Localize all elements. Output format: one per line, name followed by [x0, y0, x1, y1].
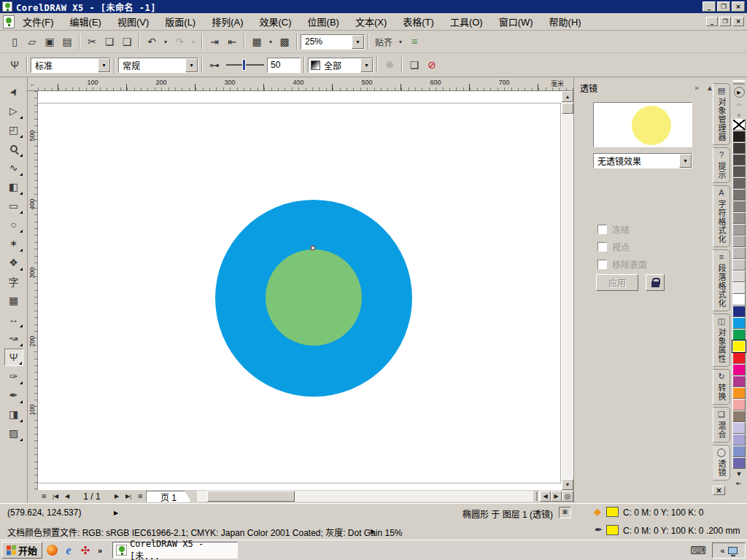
profile-menu-icon[interactable]: ▶ [371, 528, 375, 534]
welcome-screen-icon[interactable]: ▩ [276, 34, 293, 50]
color-swatch[interactable] [732, 247, 746, 259]
lock-button[interactable] [646, 274, 665, 291]
menu-layout[interactable]: 版面(L) [157, 12, 204, 31]
close-button-icon[interactable]: × [732, 1, 745, 12]
docker-strip-close-icon[interactable]: × [713, 486, 725, 495]
preset-combo[interactable]: 标准 ▾ [31, 58, 111, 73]
tray-chevrons-icon[interactable]: « [720, 546, 724, 555]
palette-scroll-up-icon[interactable]: ▲ [736, 109, 743, 119]
coords-menu-icon[interactable]: ▶ [114, 510, 118, 516]
navigator-icon[interactable]: ◎ [562, 491, 573, 502]
color-swatch[interactable] [732, 376, 746, 387]
text-tool-icon[interactable]: 字 [4, 273, 23, 290]
page-tab[interactable]: 页 1 [146, 491, 191, 502]
add-page-before-icon[interactable]: ⊞ [38, 491, 50, 502]
export-icon[interactable]: ⇤ [223, 34, 241, 50]
palette-expand-icon[interactable]: ⇤ [736, 478, 742, 488]
start-button[interactable]: 开始 [1, 542, 42, 559]
input-method-keyboard-icon[interactable]: ⌨ [690, 544, 706, 557]
scroll-up-icon[interactable]: ▲ [562, 91, 573, 102]
color-swatch[interactable] [732, 422, 746, 434]
menu-file[interactable]: 文件(F) [15, 12, 62, 31]
tab-object-manager[interactable]: ▤ 对象管理器 [713, 83, 730, 145]
ruler-origin[interactable]: ⌐ [28, 78, 38, 91]
palette-scroll-down-icon[interactable]: ▼ [736, 469, 743, 478]
scroll-left-icon[interactable]: ◀ [540, 491, 551, 502]
add-page-after-icon[interactable]: ⊞ [134, 491, 146, 502]
tab-blend[interactable]: ❏ 混合 [713, 407, 730, 443]
smart-fill-tool-icon[interactable]: ◧ [4, 178, 23, 195]
chevron-down-icon[interactable]: ▾ [679, 154, 692, 168]
color-swatch[interactable] [732, 387, 746, 399]
rate-input[interactable]: 50 [267, 58, 301, 73]
color-swatch[interactable] [732, 236, 746, 247]
horizontal-scrollbar[interactable] [197, 491, 533, 502]
color-swatch[interactable] [732, 399, 746, 411]
document-info-icon[interactable]: ◙ [559, 507, 571, 518]
redo-dropdown-icon[interactable]: ▾ [188, 34, 198, 50]
mdi-close-icon[interactable]: × [732, 17, 744, 26]
tray-notification-area[interactable]: « [712, 542, 746, 559]
eyedropper-tool-icon[interactable]: ✑ [4, 368, 23, 385]
dimension-tool-icon[interactable]: ↔ [4, 311, 23, 328]
color-swatch[interactable] [732, 271, 746, 282]
polygon-tool-icon[interactable]: ✶ [4, 235, 23, 252]
interactive-fill-tool-icon[interactable]: ▨ [4, 424, 23, 442]
palette-eyedropper-icon[interactable]: ✑ [736, 100, 742, 109]
menu-table[interactable]: 表格(T) [395, 12, 442, 31]
color-swatch[interactable] [732, 259, 746, 271]
palette-flyout-icon[interactable]: ▶ [734, 87, 745, 98]
remove-lens-icon[interactable]: ⊘ [423, 57, 441, 74]
menu-bitmaps[interactable]: 位图(B) [300, 12, 347, 31]
chevron-down-icon[interactable]: ▾ [360, 58, 373, 72]
freeze-lens-icon[interactable]: ❋ [381, 57, 398, 74]
menu-tools[interactable]: 工具(O) [442, 12, 491, 31]
color-swatch[interactable] [732, 329, 746, 341]
snap-to-button[interactable]: 贴齐 [372, 34, 395, 50]
tab-object-properties[interactable]: ◫ 对象属性 [713, 314, 730, 367]
crop-tool-icon[interactable]: ◰ [4, 121, 23, 139]
last-page-icon[interactable]: ▶| [123, 491, 134, 502]
color-swatch[interactable] [732, 212, 746, 224]
basic-shapes-tool-icon[interactable]: ❖ [4, 254, 23, 271]
lens-effect-combo[interactable]: 无透镜效果 ▾ [593, 153, 692, 168]
menu-text[interactable]: 文本(X) [347, 12, 395, 31]
color-swatch[interactable] [732, 201, 746, 212]
vertical-scroll-thumb[interactable] [562, 103, 573, 114]
undo-icon[interactable]: ↶ [143, 34, 160, 50]
ellipse-node-handle[interactable] [311, 246, 315, 250]
frozen-checkbox[interactable] [597, 225, 607, 234]
pick-tool-icon[interactable]: ➤ [4, 83, 23, 101]
snap-dropdown-icon[interactable]: ▾ [395, 34, 406, 50]
drawing-canvas[interactable] [38, 91, 562, 490]
color-swatch[interactable] [732, 166, 746, 177]
redo-icon[interactable]: ↷ [171, 34, 188, 50]
color-swatch[interactable] [732, 434, 746, 446]
color-swatch[interactable] [732, 224, 746, 236]
previous-page-icon[interactable]: ◀ [61, 491, 73, 502]
quick-launch-app-icon[interactable]: ✣ [78, 543, 93, 558]
color-swatch[interactable] [732, 177, 746, 189]
table-tool-icon[interactable]: ▦ [4, 292, 23, 309]
print-icon[interactable]: ▤ [58, 34, 76, 50]
tab-character-formatting[interactable]: A 字符格式化 [713, 185, 730, 247]
zoom-tool-icon[interactable] [4, 140, 23, 158]
rectangle-tool-icon[interactable]: ▭ [4, 197, 23, 214]
tab-hints[interactable]: ? 提示 [713, 147, 730, 183]
menu-view[interactable]: 视图(V) [109, 12, 157, 31]
first-page-icon[interactable]: |◀ [50, 491, 61, 502]
network-status-icon[interactable] [728, 547, 738, 554]
open-icon[interactable]: ▱ [23, 34, 41, 50]
shape-tool-icon[interactable]: ▷ [4, 102, 23, 120]
slider-thumb[interactable] [242, 59, 246, 71]
swatch-no-color[interactable] [732, 119, 746, 131]
document-icon[interactable] [3, 15, 15, 28]
effects-tool-icon[interactable]: Ψ [4, 349, 23, 366]
freehand-tool-icon[interactable]: ∿ [4, 159, 23, 176]
options-icon[interactable]: ≡ [406, 34, 423, 50]
color-swatch[interactable] [732, 294, 746, 306]
undo-dropdown-icon[interactable]: ▾ [160, 34, 171, 50]
copy-icon[interactable]: ❏ [101, 34, 118, 50]
rate-slider[interactable] [226, 59, 264, 71]
color-swatch[interactable] [732, 411, 746, 422]
